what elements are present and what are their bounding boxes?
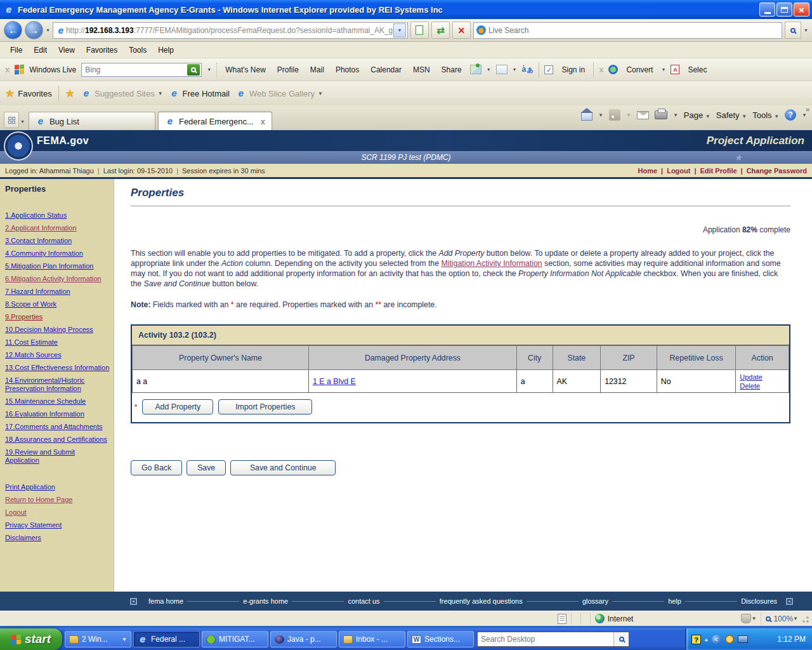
home-icon[interactable] [581,112,593,121]
sign-in-link[interactable]: Sign in [558,65,588,74]
web-slice-gallery-link[interactable]: e Web Slice Gallery ▼ [236,88,323,98]
compatibility-view-button[interactable] [410,22,429,39]
stop-button[interactable]: ✕ [452,22,471,39]
sidebar-item-decision-making-process[interactable]: 10.Decision Making Process [5,326,110,334]
taskbar-item-sections[interactable]: W Sections... [407,631,474,647]
sidebar-logout-link[interactable]: Logout [5,508,110,517]
zoom-dropdown-icon[interactable]: ▼ [793,616,798,621]
map-dropdown-icon[interactable]: ▼ [487,67,491,72]
taskbar-item-windows-group[interactable]: 2 Win... ▼ [65,631,131,647]
tray-chevron-icon[interactable]: < [712,635,721,644]
bing-search-input[interactable] [85,65,187,74]
sidebar-item-match-sources[interactable]: 12.Match Sources [5,351,110,359]
sidebar-item-cost-estimate[interactable]: 11.Cost Estimate [5,338,110,347]
tray-expand-icon[interactable]: ▴ [705,636,708,642]
search-options-dropdown-icon[interactable]: ▼ [804,28,808,32]
return-home-link[interactable]: Return to Home Page [5,496,110,504]
address-dropdown-button[interactable]: ▼ [393,23,406,37]
footer-egrants-home-link[interactable]: e-grants home [243,597,288,605]
close-button[interactable]: × [794,3,809,17]
footer-disclosures-link[interactable]: Disclosures [741,597,777,605]
update-link[interactable]: Update [740,373,762,381]
tools-menu[interactable]: Tools ▼ [752,110,779,120]
restore-button[interactable] [776,3,792,17]
forward-button[interactable]: → [25,21,43,39]
tab-bug-list[interactable]: e Bug List [29,112,155,130]
sidebar-item-evaluation-information[interactable]: 16.Evaluation Information [5,410,110,418]
taskbar-item-java[interactable]: Java - p... [270,631,337,647]
bing-go-button[interactable] [187,64,200,76]
search-desktop-box[interactable] [477,632,629,647]
tab-close-icon[interactable]: x [261,117,265,126]
bing-dropdown-icon[interactable]: ▼ [207,67,211,72]
logout-link[interactable]: Logout [667,167,690,175]
print-application-link[interactable]: Print Application [5,483,110,491]
print-dropdown-icon[interactable]: ▼ [673,112,678,118]
sidebar-item-cost-effectiveness-information[interactable]: 13.Cost Effectiveness Information [5,364,110,372]
sidebar-item-review-and-submit[interactable]: 19.Review and Submit Application [5,448,110,465]
menu-edit[interactable]: Edit [29,44,52,56]
import-properties-button[interactable]: Import Properties [218,399,312,415]
live-mail-link[interactable]: Mail [307,65,327,74]
sidebar-item-applicant-information[interactable]: 2.Applicant Information [5,224,110,232]
convert-toolbar-close-icon[interactable]: x [599,65,603,74]
tab-federal-emergency[interactable]: e Federal Emergenc... x [158,112,272,130]
footer-glossary-link[interactable]: glossary [582,597,608,605]
protected-mode-icon[interactable] [741,614,751,623]
sidebar-item-environmental-historic[interactable]: 14.Environmental/Historic Preservation I… [5,376,110,393]
search-go-button[interactable] [785,22,801,39]
live-whats-new-link[interactable]: What's New [222,65,269,74]
bing-search-box[interactable] [81,63,202,77]
refresh-button[interactable]: ⇄ [431,22,450,39]
safety-menu[interactable]: Safety ▼ [716,110,747,120]
translate-icon[interactable]: а̀ぁ [522,64,534,75]
sidebar-item-contact-information[interactable]: 3.Contact Information [5,237,110,245]
change-password-link[interactable]: Change Password [747,167,807,175]
favorites-button[interactable]: ★ Favorites [5,87,52,100]
menu-help[interactable]: Help [153,44,179,56]
sidebar-item-hazard-information[interactable]: 7.Hazard Information [5,288,110,296]
suggested-sites-link[interactable]: e Suggested Sites ▼ [81,88,163,98]
sidebar-item-maintenance-schedule[interactable]: 15.Maintenance Schedule [5,397,110,406]
search-desktop-button[interactable] [613,632,629,646]
back-button[interactable]: ← [4,21,22,39]
sidebar-item-properties[interactable]: 9.Properties [5,313,110,321]
live-share-link[interactable]: Share [438,65,465,74]
save-and-continue-button[interactable]: Save and Continue [230,460,336,475]
footer-contact-us-link[interactable]: contact us [348,597,379,605]
footer-faq-link[interactable]: frequently asked questions [440,597,523,605]
live-profile-link[interactable]: Profile [274,65,302,74]
page-menu[interactable]: Page ▼ [684,110,710,120]
search-desktop-input[interactable] [478,635,613,644]
live-photos-link[interactable]: Photos [332,65,362,74]
live-search-box[interactable] [473,22,782,39]
live-calendar-link[interactable]: Calendar [367,65,405,74]
tray-reminder-icon[interactable] [725,635,734,644]
sidebar-item-mitigation-plan-information[interactable]: 5.Mitigation Plan Information [5,262,110,270]
menu-view[interactable]: View [53,44,80,56]
tab-list-dropdown-icon[interactable]: ▼ [20,119,25,124]
menu-tools[interactable]: Tools [124,44,152,56]
add-property-button[interactable]: Add Property [142,399,213,415]
taskbar-item-inbox[interactable]: Inbox - ... [339,631,405,647]
add-favorite-icon[interactable]: ★ [65,87,75,100]
map-icon[interactable] [470,65,481,74]
taskbar-item-mitigat[interactable]: MITIGAT... [202,631,268,647]
toolbar-overflow-icon[interactable]: » [806,105,809,113]
sidebar-item-community-information[interactable]: 4.Community Information [5,249,110,258]
rss-icon[interactable] [609,109,620,121]
menu-file[interactable]: File [5,44,27,56]
toolbar-close-icon[interactable]: x [5,65,10,74]
menu-favorites[interactable]: Favorites [81,44,122,56]
quick-tabs-button[interactable] [4,112,19,128]
sidebar-item-assurances-and-certifications[interactable]: 18.Assurances and Certifications [5,435,110,444]
save-button[interactable]: Save [187,460,226,475]
start-button[interactable]: start [0,628,62,650]
footer-help-link[interactable]: help [668,597,681,605]
history-dropdown-icon[interactable]: ▼ [46,28,50,32]
disclaimers-link[interactable]: Disclaimers [5,534,110,542]
protected-mode-dropdown-icon[interactable]: ▼ [751,616,756,621]
property-address-link[interactable]: 1 E a Blvd E [313,377,356,386]
mitigation-activity-information-link[interactable]: Mitigation Activity Information [441,259,542,268]
free-hotmail-link[interactable]: e Free Hotmail [169,88,230,98]
